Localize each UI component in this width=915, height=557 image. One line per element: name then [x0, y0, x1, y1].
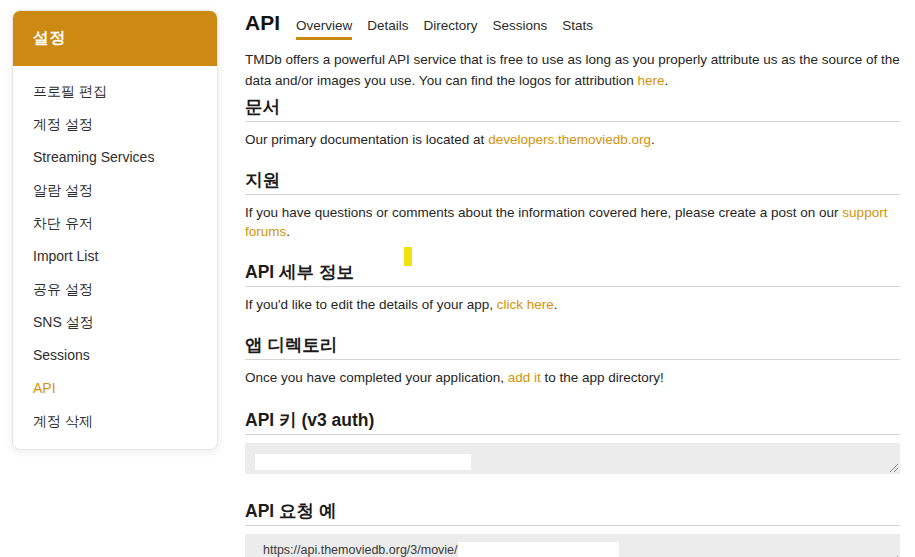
- sidebar-item-streaming-services[interactable]: Streaming Services: [13, 141, 217, 174]
- app-directory-text: Once you have completed your application…: [245, 370, 508, 385]
- settings-page: 설정 프로필 편집 계정 설정 Streaming Services 알람 설정…: [0, 0, 915, 557]
- documentation-paragraph: Our primary documentation is located at …: [245, 130, 900, 149]
- sidebar-item-account-settings[interactable]: 계정 설정: [13, 108, 217, 141]
- section-heading-api-details: API 세부 정보: [245, 263, 900, 287]
- page-title: API: [245, 10, 280, 36]
- section-heading-api-key: API 키 (v3 auth): [245, 411, 900, 435]
- section-heading-api-example: API 요청 예: [245, 502, 900, 526]
- documentation-text-after: .: [651, 132, 655, 147]
- documentation-text: Our primary documentation is located at: [245, 132, 488, 147]
- app-directory-text-after: to the app directory!: [541, 370, 664, 385]
- api-example-textarea[interactable]: https://api.themoviedb.org/3/movie/550?a…: [245, 534, 900, 557]
- support-text-after: .: [286, 224, 290, 239]
- tab-details[interactable]: Details: [367, 18, 408, 37]
- edit-app-link[interactable]: click here: [497, 297, 554, 312]
- intro-paragraph: TMDb offers a powerful API service that …: [245, 49, 900, 91]
- tab-directory[interactable]: Directory: [424, 18, 478, 37]
- app-directory-paragraph: Once you have completed your application…: [245, 368, 900, 387]
- tab-stats[interactable]: Stats: [562, 18, 593, 37]
- section-heading-app-directory: 앱 디렉토리: [245, 336, 900, 360]
- sidebar-item-delete-account[interactable]: 계정 삭제: [13, 405, 217, 438]
- resize-handle-icon[interactable]: [888, 462, 898, 472]
- sidebar-item-import-list[interactable]: Import List: [13, 240, 217, 273]
- sidebar-item-sessions[interactable]: Sessions: [13, 339, 217, 372]
- sidebar-item-api[interactable]: API: [13, 372, 217, 405]
- api-key-redaction-box: [255, 454, 471, 470]
- api-key-textarea[interactable]: [245, 443, 900, 474]
- api-settings-content: API Overview Details Directory Sessions …: [245, 10, 900, 557]
- support-text: If you have questions or comments about …: [245, 205, 842, 220]
- api-details-text-after: .: [554, 297, 558, 312]
- sidebar-menu: 프로필 편집 계정 설정 Streaming Services 알람 설정 차단…: [13, 66, 217, 449]
- sidebar-item-social-settings[interactable]: SNS 설정: [13, 306, 217, 339]
- section-heading-documentation: 문서: [245, 98, 900, 122]
- sidebar-title: 설정: [13, 11, 217, 66]
- api-details-text: If you'd like to edit the details of you…: [245, 297, 497, 312]
- settings-sidebar: 설정 프로필 편집 계정 설정 Streaming Services 알람 설정…: [12, 10, 218, 450]
- sidebar-item-blocked-users[interactable]: 차단 유저: [13, 207, 217, 240]
- tab-sessions[interactable]: Sessions: [493, 18, 548, 37]
- tab-overview[interactable]: Overview: [296, 18, 352, 40]
- add-app-link[interactable]: add it: [508, 370, 541, 385]
- intro-text: TMDb offers a powerful API service that …: [245, 52, 900, 88]
- sidebar-item-profile-edit[interactable]: 프로필 편집: [13, 75, 217, 108]
- sidebar-item-sharing-settings[interactable]: 공유 설정: [13, 273, 217, 306]
- api-example-redaction-box: [458, 542, 619, 557]
- attribution-link[interactable]: here: [638, 73, 665, 88]
- api-details-paragraph: If you'd like to edit the details of you…: [245, 295, 900, 314]
- documentation-link[interactable]: developers.themoviedb.org: [488, 132, 651, 147]
- intro-text-after: .: [665, 73, 669, 88]
- text-cursor-highlight: [404, 247, 412, 266]
- sidebar-item-notification-settings[interactable]: 알람 설정: [13, 174, 217, 207]
- support-paragraph: If you have questions or comments about …: [245, 203, 900, 241]
- api-header: API Overview Details Directory Sessions …: [245, 10, 900, 40]
- section-heading-support: 지원: [245, 171, 900, 195]
